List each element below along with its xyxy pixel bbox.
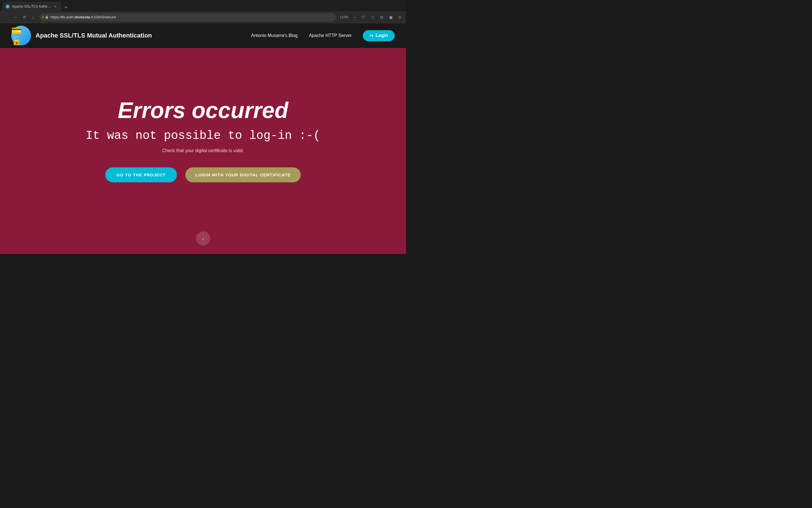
error-description: Check that your digital certificate is v…	[162, 148, 244, 153]
home-button[interactable]: ⌂	[29, 13, 37, 21]
library-button[interactable]: ⊟	[378, 13, 386, 21]
shield-button[interactable]: 🛡	[360, 13, 368, 21]
error-heading: Errors occurred	[118, 97, 288, 123]
refresh-icon: ↺	[22, 15, 26, 19]
sidebar-icon: ▣	[389, 15, 393, 19]
go-to-project-button[interactable]: GO TO THE PROJECT	[105, 167, 177, 182]
tab-close-button[interactable]: ✕	[53, 4, 57, 9]
toolbar-right: 110% ··· 🛡 ☆ ⊟ ▣ ≡	[339, 13, 404, 21]
apache-link[interactable]: Apache HTTP Server	[309, 33, 352, 38]
tab-bar: 🔒 Apache SSL/TLS Authe… ✕ +	[0, 0, 406, 11]
bookmark-button[interactable]: ☆	[369, 13, 377, 21]
error-subheading: It was not possible to log-in :-(	[86, 129, 320, 142]
active-tab[interactable]: 🔒 Apache SSL/TLS Authe… ✕	[2, 2, 61, 11]
back-icon: ←	[4, 15, 8, 19]
lock-icon: 🔒	[45, 15, 49, 19]
info-icon: ℹ	[42, 15, 44, 19]
back-button[interactable]: ←	[2, 13, 10, 21]
new-tab-button[interactable]: +	[62, 3, 70, 11]
new-tab-icon: +	[64, 4, 68, 10]
forward-button[interactable]: →	[11, 13, 19, 21]
logo-emoji: 💳🔒	[11, 26, 31, 45]
sidebar-button[interactable]: ▣	[387, 13, 395, 21]
star-icon: ☆	[371, 15, 375, 19]
url-prefix: https://tls-auth.	[50, 15, 75, 19]
address-text: https://tls-auth.dontesta.it:10443/secur…	[50, 15, 333, 19]
browser-chrome: 🔒 Apache SSL/TLS Authe… ✕ + ← → ↺ ⌂ ℹ 🔒	[0, 0, 406, 23]
menu-button[interactable]: ≡	[396, 13, 404, 21]
login-icon: ↪	[370, 33, 373, 38]
tab-favicon: 🔒	[6, 4, 10, 8]
more-icon: ···	[353, 15, 356, 19]
login-label: Login	[375, 33, 388, 38]
scroll-down-button[interactable]: ↓	[196, 231, 210, 246]
shield-icon: 🛡	[362, 15, 366, 19]
site-header: 💳🔒 Apache SSL/TLS Mutual Authentication …	[0, 23, 406, 48]
website: 💳🔒 Apache SSL/TLS Mutual Authentication …	[0, 23, 406, 254]
site-main: Errors occurred It was not possible to l…	[0, 48, 406, 254]
url-suffix: .it:10443/secure	[90, 15, 116, 19]
hamburger-icon: ≡	[399, 15, 401, 19]
site-nav: Antonio Musarra's Blog Apache HTTP Serve…	[251, 30, 395, 41]
login-button[interactable]: ↪ Login	[363, 30, 395, 41]
site-logo: 💳🔒 Apache SSL/TLS Mutual Authentication	[11, 26, 251, 45]
url-domain: dontesta	[75, 15, 90, 19]
tab-title: Apache SSL/TLS Authe…	[12, 4, 51, 8]
login-with-certificate-button[interactable]: LOGIN WITH YOUR DIGITAL CERTIFICATE	[185, 167, 301, 182]
address-bar-icons: ℹ 🔒	[42, 15, 49, 19]
refresh-button[interactable]: ↺	[20, 13, 28, 21]
logo-icon: 💳🔒	[11, 26, 31, 45]
favicon-icon: 🔒	[6, 5, 9, 8]
library-icon: ⊟	[380, 15, 384, 19]
address-bar[interactable]: ℹ 🔒 https://tls-auth.dontesta.it:10443/s…	[40, 13, 336, 22]
forward-icon: →	[13, 15, 17, 19]
browser-toolbar: ← → ↺ ⌂ ℹ 🔒 https://tls-auth.dontesta.it…	[0, 11, 406, 23]
zoom-level: 110%	[339, 15, 350, 19]
home-icon: ⌂	[32, 15, 35, 19]
more-button[interactable]: ···	[351, 13, 359, 21]
site-title: Apache SSL/TLS Mutual Authentication	[36, 32, 152, 39]
button-row: GO TO THE PROJECT LOGIN WITH YOUR DIGITA…	[105, 167, 301, 182]
scroll-down-icon: ↓	[202, 236, 204, 242]
blog-link[interactable]: Antonio Musarra's Blog	[251, 33, 298, 38]
